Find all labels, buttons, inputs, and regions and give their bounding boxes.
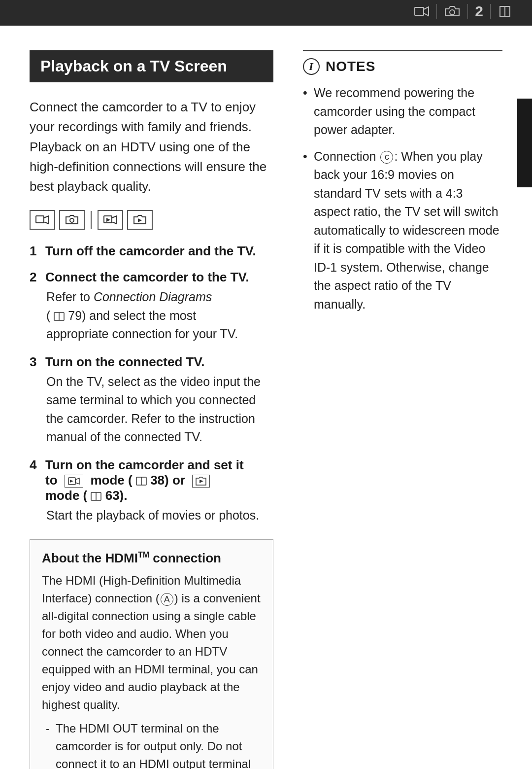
step-4-desc: Start the playback of movies or photos. [46,506,273,525]
hdmi-sup: TM [138,551,149,559]
svg-rect-4 [36,216,44,223]
mode-icon-playback1 [98,210,123,230]
step-3-desc: On the TV, select as the video input the… [46,373,273,447]
svg-marker-9 [106,218,110,222]
step-4-title: 4 Turn on the camcorder and set it to [30,457,273,503]
step-2-title: 2 Connect the camcorder to the TV. [30,270,273,285]
notes-label: NOTES [326,59,375,74]
svg-marker-5 [44,216,49,224]
circle-a-1: A [161,593,173,606]
video-icon [414,4,430,18]
mode-icon-photo [59,210,85,230]
section-title: Playback on a TV Screen [30,50,273,82]
step-2-num: 2 [30,270,41,285]
divider1 [436,4,437,19]
notes-heading: i NOTES [303,58,502,75]
svg-marker-1 [424,7,429,16]
page-number-icon: 2 [475,3,483,20]
book-icon [498,4,512,18]
step-1-num: 1 [30,244,41,259]
step-2-title-text: Connect the camcorder to the TV. [45,270,249,285]
step-4: 4 Turn on the camcorder and set it to [30,457,273,525]
notes-list: We recommend powering the camcorder usin… [303,84,502,314]
hdmi-bullets: The HDMI OUT terminal on the camcorder i… [42,720,261,769]
svg-marker-8 [112,216,117,224]
step-3-title-text: Turn on the connected TV. [45,354,205,370]
hdmi-title: About the HDMITM connection [42,551,261,566]
step-4-title-text: Turn on the camcorder and set it to [45,457,244,503]
step-1: 1 Turn off the camcorder and the TV. [30,244,273,259]
top-bar: 2 [0,0,532,26]
svg-marker-18 [200,480,203,483]
hdmi-bullet-1: The HDMI OUT terminal on the camcorder i… [42,720,261,769]
svg-marker-10 [138,218,142,222]
mode-icons-row [30,210,273,230]
left-column: Playback on a TV Screen Connect the camc… [30,50,273,769]
page-content: Playback on a TV Screen Connect the camc… [0,26,532,769]
step-3-num: 3 [30,354,41,370]
mode-icon-playback2 [127,210,153,230]
mode-icon-sep [91,211,92,229]
steps-list: 1 Turn off the camcorder and the TV. 2 C… [30,244,273,524]
step-1-title-text: Turn off the camcorder and the TV. [45,244,256,259]
step-3: 3 Turn on the connected TV. On the TV, s… [30,354,273,447]
svg-point-2 [450,10,455,15]
step-2: 2 Connect the camcorder to the TV. Refer… [30,270,273,344]
circle-c: c [380,151,393,164]
svg-marker-14 [75,478,79,484]
step4-icon2 [192,475,210,488]
divider3 [490,4,491,19]
note-1: We recommend powering the camcorder usin… [303,84,502,140]
intro-text: Connect the camcorder to a TV to enjoy y… [30,97,273,196]
top-icon-row: 2 [414,3,512,20]
divider2 [467,4,468,19]
two-column-layout: Playback on a TV Screen Connect the camc… [30,50,502,769]
step-1-title: 1 Turn off the camcorder and the TV. [30,244,273,259]
notes-section: i NOTES We recommend powering the camcor… [303,50,502,314]
mode-icon-video [30,210,55,230]
svg-marker-15 [70,480,73,483]
black-sidebar [517,99,532,187]
step-4-num: 4 [30,457,41,473]
hdmi-body: The HDMI (High-Definition Multimedia Int… [42,572,261,714]
camera-icon [444,4,461,18]
right-column: i NOTES We recommend powering the camcor… [303,50,502,321]
note-2: Connection c: When you play back your 16… [303,147,502,314]
hdmi-box: About the HDMITM connection The HDMI (Hi… [30,539,273,769]
step4-icon1 [65,475,83,488]
notes-icon: i [303,58,320,75]
svg-point-6 [70,218,74,222]
step-3-title: 3 Turn on the connected TV. [30,354,273,370]
svg-rect-0 [415,7,424,15]
step-2-desc: Refer to Connection Diagrams ( 79) and s… [46,288,273,344]
